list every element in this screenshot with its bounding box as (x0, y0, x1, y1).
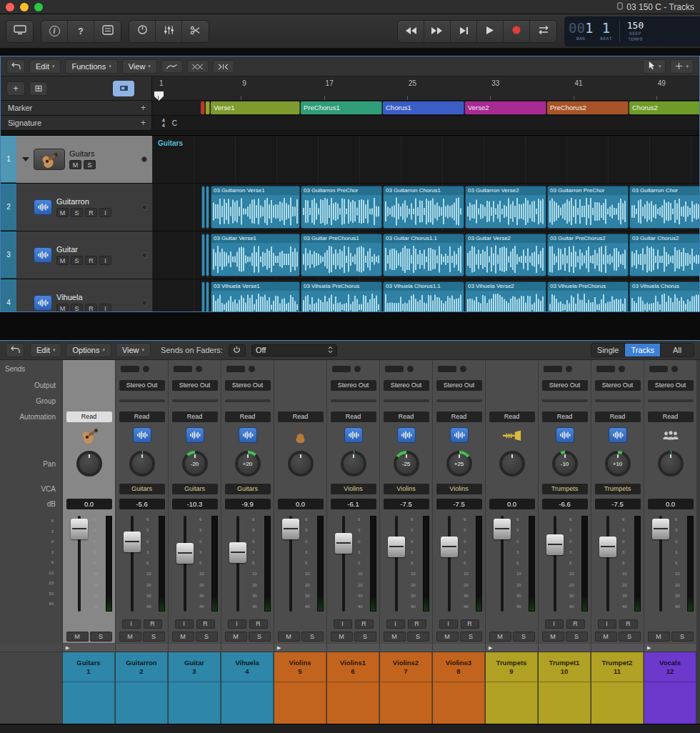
mute-button[interactable]: M (331, 632, 353, 642)
record-enable-button[interactable]: R (355, 619, 374, 629)
automation-mode-button[interactable]: Read (225, 412, 271, 422)
flex-tool-button[interactable] (213, 60, 234, 73)
track-header[interactable]: GuitarsMS (16, 136, 152, 183)
record-enable-button[interactable]: R (566, 619, 585, 629)
arrangement-marker[interactable] (201, 101, 205, 114)
add-track-button[interactable]: + (6, 81, 25, 96)
track-r-button[interactable]: R (85, 304, 97, 312)
sends-mode-dropdown[interactable]: Off (251, 344, 337, 356)
audio-region[interactable] (206, 234, 209, 276)
track-s-button[interactable]: S (71, 256, 83, 265)
close-window-button[interactable] (6, 3, 14, 11)
track-i-button[interactable]: I (99, 256, 111, 265)
audio-region[interactable]: 03 Vihuela Chorus1.1 (383, 281, 464, 312)
audio-region[interactable]: 03 Guitar PreChorus2 (547, 234, 629, 276)
pan-knob[interactable]: +20 (235, 451, 261, 477)
channel-strip-vocals[interactable]: Stereo OutRead0.06303610203040MS▶Vocals1… (644, 360, 697, 724)
arrangement-marker[interactable]: PreChorus1 (301, 101, 382, 114)
audio-track-icon[interactable] (34, 295, 52, 311)
mute-button[interactable]: M (119, 632, 141, 642)
input-monitor-button[interactable]: I (598, 619, 616, 629)
playhead-marker[interactable] (154, 91, 164, 101)
channel-name[interactable]: Guitarron2 (116, 652, 168, 682)
pan-knob[interactable] (129, 451, 155, 477)
menu-tracks-functions[interactable]: Functions▾ (65, 59, 117, 74)
pan-knob[interactable] (341, 451, 366, 477)
channel-strip-guitarron[interactable]: Stereo OutReadGuitars-5.66303610203040IR… (116, 360, 169, 724)
db-value[interactable]: -7.5 (595, 499, 641, 509)
channel-strip-trumpets[interactable]: Read0.06303610203040MS▶Trumpets9 (486, 360, 539, 724)
channel-name[interactable]: Vocals12 (644, 652, 696, 682)
db-value[interactable]: 0.0 (66, 499, 112, 509)
channel-name[interactable]: Vihuela4 (221, 652, 274, 682)
smart-controls-button[interactable] (129, 21, 156, 42)
channel-name[interactable]: Guitars1 (63, 652, 115, 682)
solo-button[interactable]: S (354, 632, 376, 642)
automation-curve-tool-button[interactable] (161, 60, 183, 73)
send-slot[interactable] (174, 366, 192, 372)
db-value[interactable]: -10.3 (172, 499, 218, 509)
audio-region[interactable]: 03 Vihuela Chorus (629, 281, 699, 312)
send-level-knob[interactable] (619, 366, 625, 372)
arrangement-marker[interactable]: PreChorus2 (547, 101, 629, 114)
audio-region[interactable]: 03 Vihuela PreChorus (301, 281, 382, 312)
audio-region[interactable] (206, 281, 209, 312)
pan-knob[interactable] (288, 451, 314, 477)
fader-cap[interactable] (335, 533, 352, 554)
stop-button[interactable] (451, 21, 477, 42)
channel-strip-violins[interactable]: Read0.06303610203040MS▶Violins5 (274, 360, 327, 724)
lcd-display[interactable]: 001 BAR 1 BEAT 150 KEEP TEMPO (564, 16, 700, 46)
track-i-button[interactable]: I (99, 208, 111, 217)
fader-cap[interactable] (124, 532, 141, 552)
audio-region[interactable] (201, 234, 205, 276)
automation-mode-button[interactable]: Read (542, 412, 588, 422)
arrangement-marker[interactable]: Chorus2 (629, 101, 699, 114)
vca-assign-button[interactable]: Violins (436, 484, 482, 494)
track-m-button[interactable]: M (56, 208, 69, 217)
menu-mixer-edit[interactable]: Edit▾ (30, 343, 61, 357)
send-level-knob[interactable] (671, 366, 678, 372)
record-enable-button[interactable]: R (144, 619, 162, 629)
vca-assign-button[interactable]: Violins (331, 484, 376, 494)
duplicate-track-button[interactable]: ⊞ (29, 81, 48, 96)
audio-region[interactable] (201, 281, 205, 312)
output-button[interactable]: Stereo Out (648, 380, 694, 391)
channel-name[interactable]: Trumpet110 (539, 652, 591, 682)
track-s-button[interactable]: S (84, 160, 96, 169)
mute-button[interactable]: M (542, 632, 564, 642)
solo-button[interactable]: S (566, 632, 588, 642)
channel-name[interactable]: Violins16 (327, 652, 379, 682)
solo-button[interactable]: S (90, 632, 112, 642)
mixer-bottom-scrollbar[interactable] (0, 724, 700, 733)
send-slot[interactable] (596, 366, 615, 372)
mute-button[interactable]: M (278, 632, 300, 642)
solo-button[interactable]: S (249, 632, 271, 642)
output-button[interactable]: Stereo Out (595, 380, 641, 391)
channel-strip-violins1[interactable]: Stereo OutReadViolins-6.16303610203040IR… (327, 360, 380, 724)
input-monitor-button[interactable]: I (122, 619, 141, 629)
command-click-tool-menu[interactable]: ▾ (670, 59, 694, 74)
send-level-knob[interactable] (143, 366, 149, 372)
db-value[interactable]: 0.0 (489, 499, 535, 509)
automation-mode-button[interactable]: Read (119, 412, 165, 422)
send-level-knob[interactable] (354, 366, 361, 372)
automation-mode-button[interactable]: Read (172, 412, 218, 422)
channel-strip-vihuela[interactable]: Stereo OutRead+20Guitars-9.9630361020304… (221, 360, 274, 724)
minimize-window-button[interactable] (20, 3, 29, 11)
db-value[interactable]: -6.1 (331, 499, 376, 509)
solo-button[interactable]: S (619, 632, 641, 642)
send-level-knob[interactable] (460, 366, 466, 372)
automation-mode-button[interactable]: Read (595, 412, 641, 422)
arrangement-marker-lane[interactable]: Verse1PreChorus1Chorus1Verse2PreChorus2C… (152, 101, 699, 115)
vca-assign-button[interactable]: Guitars (172, 484, 218, 494)
add-marker-button[interactable]: + (141, 103, 146, 113)
sends-on-faders-power-button[interactable] (229, 344, 246, 356)
left-click-tool-menu[interactable]: ▾ (643, 59, 666, 74)
inspector-button[interactable]: i (41, 21, 68, 42)
mixer-button[interactable] (156, 21, 182, 42)
track-lane[interactable]: 03 Guitar Verse103 Guitar PreChorus103 G… (152, 231, 699, 279)
send-slot[interactable] (438, 366, 456, 372)
send-level-knob[interactable] (196, 366, 202, 372)
cycle-button[interactable] (530, 21, 556, 42)
disclosure-triangle-icon[interactable] (22, 157, 29, 161)
